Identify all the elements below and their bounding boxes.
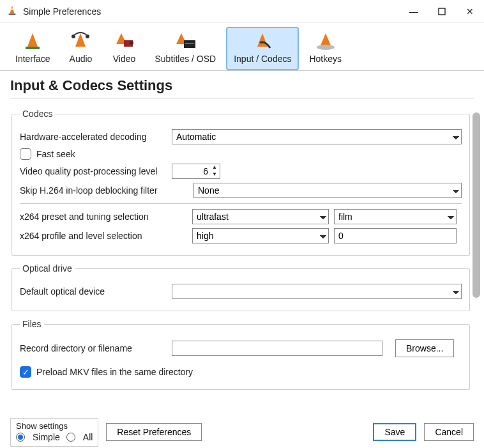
profile-label: x264 profile and level selection [20, 231, 187, 241]
footer: Show settings Simple All Reset Preferenc… [0, 419, 484, 448]
fast-seek-checkbox[interactable] [20, 148, 31, 160]
optical-group: Optical drive Default optical device [11, 263, 470, 311]
subtitles-icon [172, 31, 198, 51]
svg-point-8 [86, 35, 89, 38]
files-group: Files Record directory or filename Brows… [11, 319, 470, 390]
tab-label: Audio [70, 54, 93, 64]
scrollbar[interactable] [473, 112, 480, 298]
codecs-icon [250, 31, 275, 51]
x264-tuning-select[interactable]: film [334, 209, 457, 224]
skip-deblock-label: Skip H.264 in-loop deblocking filter [20, 185, 188, 196]
save-button[interactable]: Save [373, 423, 416, 441]
tab-input-codecs[interactable]: Input / Codecs [226, 27, 299, 70]
optical-device-select[interactable] [172, 284, 462, 299]
close-button[interactable]: ✕ [462, 4, 478, 19]
titlebar: Simple Preferences ― ✕ [0, 0, 484, 23]
tab-subtitles[interactable]: Subtitles / OSD [147, 27, 223, 70]
svg-marker-4 [27, 33, 38, 47]
hotkeys-icon [313, 31, 338, 51]
hw-decoding-select[interactable]: Automatic [172, 129, 462, 144]
minimize-button[interactable]: ― [406, 4, 421, 19]
svg-marker-6 [75, 33, 86, 47]
settings-content: Codecs Hardware-accelerated decoding Aut… [0, 102, 484, 400]
app-icon [6, 4, 18, 18]
svg-rect-14 [185, 43, 194, 44]
show-all-radio[interactable] [66, 433, 75, 442]
codecs-group: Codecs Hardware-accelerated decoding Aut… [11, 109, 470, 256]
browse-button[interactable]: Browse... [395, 339, 454, 357]
hw-decoding-label: Hardware-accelerated decoding [20, 132, 167, 142]
tab-video[interactable]: Video [103, 27, 144, 70]
svg-marker-16 [321, 33, 331, 45]
x264-level-input[interactable] [334, 228, 457, 243]
divider [20, 203, 462, 204]
audio-icon [68, 31, 93, 51]
svg-point-11 [130, 41, 133, 45]
svg-rect-3 [439, 8, 445, 15]
record-dir-label: Record directory or filename [20, 343, 167, 353]
preset-label: x264 preset and tuning selection [20, 212, 187, 222]
show-all-label: All [83, 432, 93, 442]
spin-buttons[interactable]: ▲▼ [209, 164, 220, 178]
page-title: Input & Codecs Settings [10, 77, 474, 94]
tab-label: Hotkeys [309, 54, 342, 64]
optical-device-label: Default optical device [20, 286, 167, 297]
window-title: Simple Preferences [23, 6, 406, 17]
maximize-button[interactable] [434, 4, 450, 19]
tab-label: Subtitles / OSD [155, 54, 216, 64]
show-settings-title: Show settings [16, 421, 93, 431]
interface-icon [20, 31, 45, 51]
show-simple-radio[interactable] [16, 433, 25, 442]
tab-label: Input / Codecs [234, 54, 291, 64]
cancel-button[interactable]: Cancel [424, 423, 474, 441]
preload-mkv-checkbox[interactable]: ✓ [20, 366, 31, 378]
tab-label: Video [113, 54, 136, 64]
tab-label: Interface [15, 54, 50, 64]
optical-legend: Optical drive [20, 263, 75, 274]
video-icon [111, 31, 137, 51]
x264-profile-select[interactable]: high [192, 228, 329, 243]
preload-mkv-label: Preload MKV files in the same directory [36, 367, 193, 377]
record-dir-input[interactable] [172, 341, 382, 356]
show-settings-group: Show settings Simple All [10, 418, 98, 447]
category-tabs: Interface Audio Video Subtitles / OSD In… [0, 23, 484, 71]
tab-interface[interactable]: Interface [8, 27, 57, 70]
files-legend: Files [20, 319, 44, 329]
reset-preferences-button[interactable]: Reset Preferences [106, 423, 202, 441]
skip-deblock-select[interactable]: None [193, 183, 462, 198]
svg-point-7 [72, 35, 75, 38]
svg-point-17 [317, 45, 335, 50]
divider [10, 98, 474, 98]
svg-rect-1 [9, 13, 16, 15]
codecs-legend: Codecs [20, 109, 55, 119]
postproc-label: Video quality post-processing level [20, 166, 167, 176]
svg-rect-5 [26, 47, 40, 49]
x264-preset-select[interactable]: ultrafast [192, 209, 329, 224]
fast-seek-label: Fast seek [36, 149, 75, 159]
show-simple-label: Simple [33, 432, 60, 442]
tab-hotkeys[interactable]: Hotkeys [301, 27, 349, 70]
tab-audio[interactable]: Audio [60, 27, 101, 70]
svg-rect-2 [11, 8, 14, 10]
